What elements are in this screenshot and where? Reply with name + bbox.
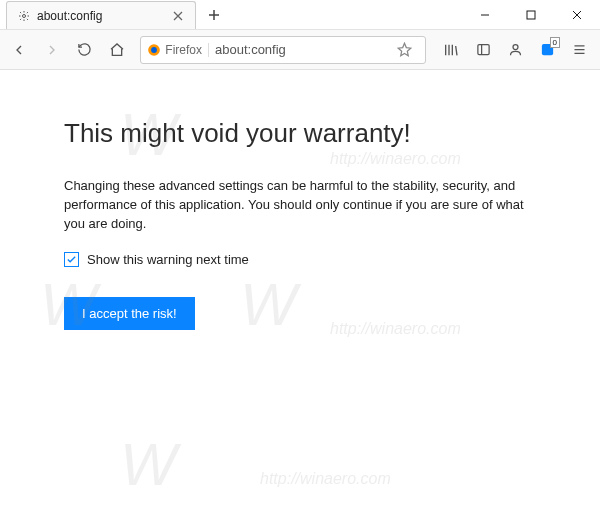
window-titlebar: about:config <box>0 0 600 30</box>
window-close-button[interactable] <box>554 0 600 30</box>
account-icon[interactable] <box>500 35 530 65</box>
navigation-toolbar: Firefox 0 <box>0 30 600 70</box>
tab-close-icon[interactable] <box>171 9 185 23</box>
show-warning-checkbox-row: Show this warning next time <box>64 252 550 267</box>
url-input[interactable] <box>215 42 383 57</box>
show-warning-checkbox[interactable] <box>64 252 79 267</box>
home-button[interactable] <box>104 35 131 65</box>
tab-favicon-icon <box>17 9 31 23</box>
show-warning-label: Show this warning next time <box>87 252 249 267</box>
url-bar[interactable]: Firefox <box>140 36 426 64</box>
notification-badge-icon[interactable]: 0 <box>532 35 562 65</box>
watermark-text: http://winaero.com <box>260 470 391 488</box>
warning-body: Changing these advanced settings can be … <box>64 177 544 234</box>
forward-button[interactable] <box>39 35 66 65</box>
watermark-text: http://winaero.com <box>330 320 461 338</box>
window-maximize-button[interactable] <box>508 0 554 30</box>
reload-button[interactable] <box>71 35 98 65</box>
window-controls <box>462 0 600 29</box>
library-icon[interactable] <box>436 35 466 65</box>
content-area: W W W W http://winaero.com http://winaer… <box>0 70 600 514</box>
tab-label: about:config <box>37 9 165 23</box>
sidebar-icon[interactable] <box>468 35 498 65</box>
menu-icon[interactable] <box>564 35 594 65</box>
watermark-icon: W <box>240 270 297 339</box>
accept-risk-button[interactable]: I accept the risk! <box>64 297 195 330</box>
new-tab-button[interactable] <box>200 1 228 29</box>
identity-label: Firefox <box>165 43 202 57</box>
identity-box[interactable]: Firefox <box>147 43 209 57</box>
warning-heading: This might void your warranty! <box>64 118 550 149</box>
bookmark-star-icon[interactable] <box>389 35 419 65</box>
svg-point-5 <box>513 45 518 50</box>
svg-rect-4 <box>477 45 488 55</box>
svg-rect-1 <box>527 11 535 19</box>
watermark-icon: W <box>120 430 177 499</box>
watermark-text: http://winaero.com <box>330 150 461 168</box>
browser-tab[interactable]: about:config <box>6 1 196 29</box>
back-button[interactable] <box>6 35 33 65</box>
firefox-icon <box>147 43 161 57</box>
window-minimize-button[interactable] <box>462 0 508 30</box>
svg-point-0 <box>23 14 26 17</box>
svg-point-3 <box>151 47 157 53</box>
checkmark-icon <box>66 254 77 265</box>
tabstrip: about:config <box>0 0 228 29</box>
